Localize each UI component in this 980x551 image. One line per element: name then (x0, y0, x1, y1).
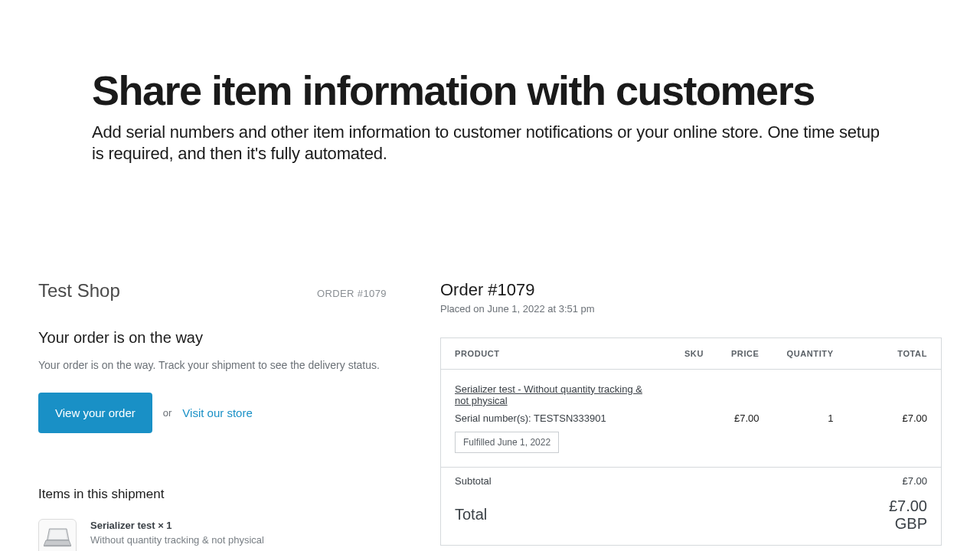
svg-marker-1 (49, 530, 67, 539)
col-quantity: QUANTITY (773, 338, 848, 370)
shipment-status-title: Your order is on the way (38, 329, 387, 347)
page-headline: Share item information with customers (92, 69, 888, 112)
product-name[interactable]: Serializer test - Without quantity track… (455, 383, 657, 406)
visit-store-link[interactable]: Visit our store (182, 406, 252, 419)
fulfilled-badge: Fulfilled June 1, 2022 (455, 432, 559, 453)
shipment-status-desc: Your order is on the way. Track your shi… (38, 359, 387, 371)
view-order-button[interactable]: View your order (38, 393, 152, 433)
item-title: Serializer test × 1 (90, 519, 264, 533)
subtotal-label: Subtotal (441, 468, 848, 494)
total-value: £7.00 GBP (848, 494, 941, 545)
col-sku: SKU (671, 338, 717, 370)
page-subheading: Add serial numbers and other item inform… (92, 122, 888, 165)
cta-or-text: or (163, 407, 172, 419)
product-serial: Serial number(s): TESTSN333901 (455, 412, 657, 424)
invoice-placed-date: Placed on June 1, 2022 at 3:51 pm (440, 303, 942, 315)
col-price: PRICE (717, 338, 773, 370)
invoice-table: PRODUCT SKU PRICE QUANTITY TOTAL Seriali… (440, 337, 942, 546)
total-label: Total (441, 494, 848, 545)
total-row: Total £7.00 GBP (441, 494, 941, 545)
col-product: PRODUCT (441, 338, 671, 370)
email-preview: Test Shop ORDER #1079 Your order is on t… (38, 280, 387, 551)
items-heading: Items in this shipment (38, 487, 387, 502)
col-total: TOTAL (848, 338, 941, 370)
cell-price: £7.00 (717, 370, 773, 468)
cell-qty: 1 (773, 370, 848, 468)
invoice-preview: Order #1079 Placed on June 1, 2022 at 3:… (440, 280, 942, 546)
item-serial: Serial number(s): TESTSN333901 (90, 548, 264, 551)
table-row: Serializer test - Without quantity track… (441, 370, 941, 468)
subtotal-value: £7.00 (848, 468, 941, 494)
item-variant: Without quantity tracking & not physical (90, 533, 264, 548)
shipment-item: Serializer test × 1 Without quantity tra… (38, 519, 387, 551)
subtotal-row: Subtotal £7.00 (441, 468, 941, 494)
invoice-title: Order #1079 (440, 280, 942, 300)
product-thumbnail (38, 519, 77, 551)
svg-rect-3 (45, 545, 70, 546)
laptop-icon (44, 527, 71, 549)
shop-name: Test Shop (38, 280, 120, 302)
cell-sku (671, 370, 717, 468)
order-id-label: ORDER #1079 (317, 288, 387, 299)
cell-total: £7.00 (848, 370, 941, 468)
